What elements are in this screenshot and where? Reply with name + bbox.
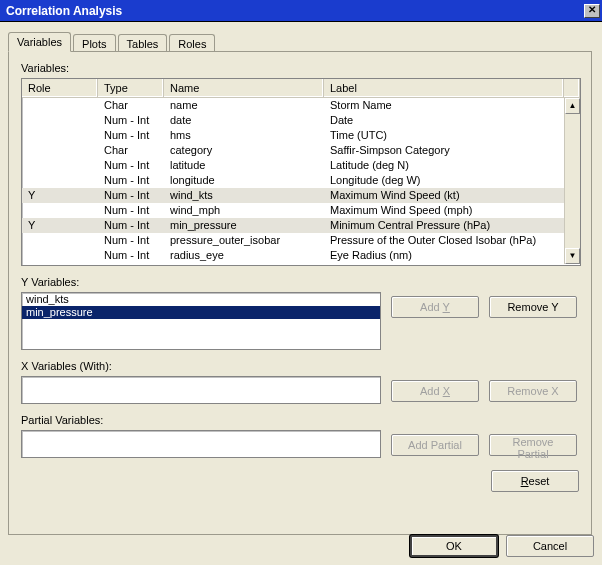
- cell-label: Minimum Central Pressure (hPa): [324, 218, 564, 233]
- cell-label: Eye Radius (nm): [324, 248, 564, 263]
- cell-role: Y: [22, 188, 98, 203]
- col-header-role[interactable]: Role: [22, 79, 98, 97]
- add-y-button[interactable]: Add Y: [391, 296, 479, 318]
- y-variables-section: Y Variables: wind_ktsmin_pressure Add Y …: [21, 276, 579, 350]
- dialog-body: Variables Plots Tables Roles Variables: …: [0, 22, 602, 543]
- header-scroll-spacer: [564, 79, 580, 97]
- cell-type: Num - Int: [98, 218, 164, 233]
- cell-type: Num - Int: [98, 173, 164, 188]
- cell-type: Char: [98, 143, 164, 158]
- cancel-button[interactable]: Cancel: [506, 535, 594, 557]
- x-variables-label: X Variables (With):: [21, 360, 579, 372]
- scroll-track[interactable]: [565, 114, 580, 248]
- dialog-footer: OK Cancel: [410, 535, 594, 557]
- cell-type: Num - Int: [98, 158, 164, 173]
- y-variables-list[interactable]: wind_ktsmin_pressure: [21, 292, 381, 350]
- cell-role: [22, 248, 98, 263]
- variables-label: Variables:: [21, 62, 579, 74]
- remove-x-button[interactable]: Remove X: [489, 380, 577, 402]
- x-variables-section: X Variables (With): Add X Remove X: [21, 360, 579, 404]
- y-variables-label: Y Variables:: [21, 276, 579, 288]
- table-row[interactable]: Num - InthmsTime (UTC): [22, 128, 564, 143]
- table-row[interactable]: Num - IntlongitudeLongitude (deg W): [22, 173, 564, 188]
- cell-role: [22, 98, 98, 113]
- cell-name: date: [164, 113, 324, 128]
- cell-name: pressure_outer_isobar: [164, 233, 324, 248]
- table-row[interactable]: Num - Intwind_mphMaximum Wind Speed (mph…: [22, 203, 564, 218]
- cell-type: Num - Int: [98, 263, 164, 264]
- cell-type: Num - Int: [98, 188, 164, 203]
- ok-button[interactable]: OK: [410, 535, 498, 557]
- cell-label: Time (UTC): [324, 128, 564, 143]
- cell-role: [22, 233, 98, 248]
- window-title: Correlation Analysis: [6, 4, 584, 18]
- table-row[interactable]: Num - IntdateDate: [22, 113, 564, 128]
- cell-label: Storm Name: [324, 98, 564, 113]
- cell-type: Num - Int: [98, 248, 164, 263]
- variables-scrollbar[interactable]: ▲ ▼: [564, 98, 580, 264]
- table-row[interactable]: Num - Intradius_eyeEye Radius (nm): [22, 248, 564, 263]
- cell-role: [22, 113, 98, 128]
- col-header-label[interactable]: Label: [324, 79, 564, 97]
- remove-partial-button[interactable]: Remove Partial: [489, 434, 577, 456]
- cell-name: latitude: [164, 158, 324, 173]
- partial-variables-label: Partial Variables:: [21, 414, 579, 426]
- partial-variables-section: Partial Variables: Add Partial Remove Pa…: [21, 414, 579, 458]
- scroll-down-icon[interactable]: ▼: [565, 248, 580, 264]
- cell-name: name: [164, 98, 324, 113]
- variables-table-header: Role Type Name Label: [22, 79, 580, 98]
- cell-name: wind_kts: [164, 188, 324, 203]
- table-row[interactable]: CharcategorySaffir-Simpson Category: [22, 143, 564, 158]
- cell-label: Longitude (deg W): [324, 173, 564, 188]
- title-bar: Correlation Analysis ✕: [0, 0, 602, 22]
- close-icon[interactable]: ✕: [584, 4, 600, 18]
- x-variables-list[interactable]: [21, 376, 381, 404]
- cell-label: Latitude (deg N): [324, 158, 564, 173]
- table-row[interactable]: Num - Intradius_max_windRadius of Maximu…: [22, 263, 564, 264]
- col-header-name[interactable]: Name: [164, 79, 324, 97]
- cell-label: Radius of Maximum Wind Speed (nm): [324, 263, 564, 264]
- table-row[interactable]: CharnameStorm Name: [22, 98, 564, 113]
- cell-role: [22, 263, 98, 264]
- cell-label: Date: [324, 113, 564, 128]
- cell-label: Maximum Wind Speed (kt): [324, 188, 564, 203]
- add-partial-button[interactable]: Add Partial: [391, 434, 479, 456]
- cell-type: Num - Int: [98, 128, 164, 143]
- cell-label: Pressure of the Outer Closed Isobar (hPa…: [324, 233, 564, 248]
- table-row[interactable]: YNum - Intmin_pressureMinimum Central Pr…: [22, 218, 564, 233]
- table-row[interactable]: YNum - Intwind_ktsMaximum Wind Speed (kt…: [22, 188, 564, 203]
- col-header-type[interactable]: Type: [98, 79, 164, 97]
- cell-type: Char: [98, 98, 164, 113]
- tab-panel-variables: Variables: Role Type Name Label Charname…: [8, 51, 592, 535]
- cell-name: longitude: [164, 173, 324, 188]
- cell-role: [22, 203, 98, 218]
- cell-role: [22, 143, 98, 158]
- cell-type: Num - Int: [98, 113, 164, 128]
- variables-table[interactable]: Role Type Name Label CharnameStorm NameN…: [21, 78, 581, 266]
- tab-plots[interactable]: Plots: [73, 34, 115, 52]
- cell-role: [22, 158, 98, 173]
- tab-variables[interactable]: Variables: [8, 32, 71, 52]
- remove-y-button[interactable]: Remove Y: [489, 296, 577, 318]
- variables-table-body[interactable]: CharnameStorm NameNum - IntdateDateNum -…: [22, 98, 564, 264]
- table-row[interactable]: Num - Intpressure_outer_isobarPressure o…: [22, 233, 564, 248]
- table-row[interactable]: Num - IntlatitudeLatitude (deg N): [22, 158, 564, 173]
- cell-name: hms: [164, 128, 324, 143]
- cell-role: Y: [22, 218, 98, 233]
- tab-tables[interactable]: Tables: [118, 34, 168, 52]
- cell-name: radius_eye: [164, 248, 324, 263]
- partial-variables-list[interactable]: [21, 430, 381, 458]
- reset-button[interactable]: Reset: [491, 470, 579, 492]
- cell-role: [22, 128, 98, 143]
- tab-roles[interactable]: Roles: [169, 34, 215, 52]
- cell-label: Saffir-Simpson Category: [324, 143, 564, 158]
- cell-type: Num - Int: [98, 233, 164, 248]
- cell-role: [22, 173, 98, 188]
- scroll-up-icon[interactable]: ▲: [565, 98, 580, 114]
- add-x-button[interactable]: Add X: [391, 380, 479, 402]
- list-item[interactable]: min_pressure: [22, 306, 380, 319]
- cell-name: min_pressure: [164, 218, 324, 233]
- list-item[interactable]: wind_kts: [22, 293, 380, 306]
- cell-name: radius_max_wind: [164, 263, 324, 264]
- cell-type: Num - Int: [98, 203, 164, 218]
